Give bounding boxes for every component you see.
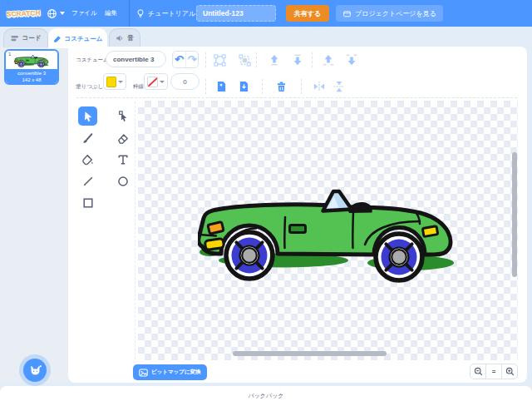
tab-code[interactable]: コード — [3, 28, 48, 47]
divider — [129, 0, 130, 27]
paint-editor: コスチューム ↶ ↷ — [68, 47, 527, 383]
costume-list-sidebar: 1 convertible 3 142 x 48 — [0, 47, 68, 383]
tab-sounds[interactable]: 音 — [109, 28, 140, 47]
globe-icon — [47, 8, 57, 19]
divider — [301, 79, 302, 94]
stroke-width-input[interactable] — [170, 73, 200, 90]
bitmap-icon — [139, 369, 148, 377]
send-backward-button[interactable] — [291, 53, 304, 67]
copy-button[interactable] — [214, 80, 228, 93]
tool-brush[interactable] — [78, 128, 97, 147]
outline-color-swatch — [147, 77, 158, 87]
costume-name-input[interactable] — [106, 51, 166, 67]
outline-color-picker[interactable] — [144, 73, 168, 90]
bring-to-front-button[interactable] — [322, 53, 335, 67]
fill-label: 塗りつぶし — [76, 83, 103, 91]
divider — [256, 52, 257, 67]
menu-edit[interactable]: 編集 — [105, 5, 117, 22]
divider — [262, 79, 263, 94]
fill-color-picker[interactable] — [103, 73, 126, 90]
paste-button[interactable] — [237, 80, 250, 93]
tutorials-icon — [135, 5, 145, 22]
divider — [76, 97, 517, 98]
brush-icon — [53, 35, 62, 43]
redo-button[interactable]: ↷ — [185, 52, 198, 67]
undo-button[interactable]: ↶ — [173, 52, 185, 67]
cat-icon — [28, 364, 42, 378]
delete-button[interactable] — [274, 80, 288, 93]
flip-vertical-button[interactable] — [332, 80, 346, 93]
backpack-bar[interactable]: バックパック — [0, 386, 532, 406]
backpack-label: バックパック — [249, 392, 284, 400]
outline-label: 枠線 — [133, 83, 144, 91]
zoom-reset-button[interactable]: = — [485, 364, 501, 379]
menu-file[interactable]: ファイル — [71, 5, 97, 22]
tool-rectangle[interactable] — [78, 193, 97, 212]
tab-costumes[interactable]: コスチューム — [48, 28, 107, 48]
flip-horizontal-button[interactable] — [313, 80, 326, 93]
tool-select[interactable] — [78, 106, 97, 126]
tool-circle[interactable] — [113, 171, 132, 191]
tool-reshape[interactable] — [113, 106, 132, 126]
group-button[interactable] — [213, 53, 226, 67]
fill-color-swatch — [106, 77, 116, 87]
divider — [205, 52, 206, 67]
language-selector[interactable] — [47, 5, 65, 22]
vertical-scrollbar[interactable] — [512, 152, 517, 277]
scratch-editor: SCRATCH ファイル 編集 チュートリアル 共有する — [0, 0, 532, 406]
zoom-controls: = — [470, 364, 518, 379]
tool-line[interactable] — [78, 171, 97, 191]
zoom-out-button[interactable] — [470, 364, 485, 379]
costume-name-label: コスチューム — [76, 57, 109, 64]
horizontal-scrollbar[interactable] — [233, 351, 387, 356]
menu-bar: SCRATCH ファイル 編集 チュートリアル 共有する — [0, 0, 532, 27]
costume-info: convertible 3 142 x 48 — [6, 69, 57, 83]
convert-to-bitmap-button[interactable]: ビットマップに変換 — [133, 364, 207, 380]
send-to-back-button[interactable] — [345, 53, 358, 67]
divider — [205, 79, 206, 94]
code-icon — [11, 34, 19, 42]
tool-fill[interactable] — [78, 150, 97, 169]
tool-eraser[interactable] — [113, 128, 132, 147]
project-page-button[interactable]: プロジェクトページを見る — [336, 5, 443, 22]
chevron-down-icon — [118, 81, 123, 83]
costume-drawing-convertible[interactable] — [198, 187, 456, 287]
bring-forward-button[interactable] — [268, 53, 281, 67]
speaker-icon — [116, 34, 124, 42]
tool-text[interactable] — [113, 150, 132, 169]
chevron-down-icon — [60, 12, 65, 15]
undo-redo-group: ↶ ↷ — [172, 51, 199, 68]
chevron-down-icon — [160, 81, 165, 83]
menu-tutorials[interactable]: チュートリアル — [148, 5, 195, 22]
paint-canvas[interactable] — [138, 101, 518, 360]
ungroup-button[interactable] — [238, 53, 251, 67]
scratch-logo[interactable]: SCRATCH — [7, 4, 41, 22]
add-costume-button[interactable] — [23, 359, 47, 382]
costume-thumbnail — [6, 52, 57, 71]
divider — [312, 52, 313, 67]
zoom-in-button[interactable] — [501, 364, 517, 379]
divider — [135, 102, 135, 359]
project-page-icon — [342, 9, 352, 18]
project-title-input[interactable] — [196, 5, 276, 22]
costume-item-selected[interactable]: 1 convertible 3 142 x 48 — [4, 49, 59, 85]
share-button[interactable]: 共有する — [286, 5, 329, 22]
